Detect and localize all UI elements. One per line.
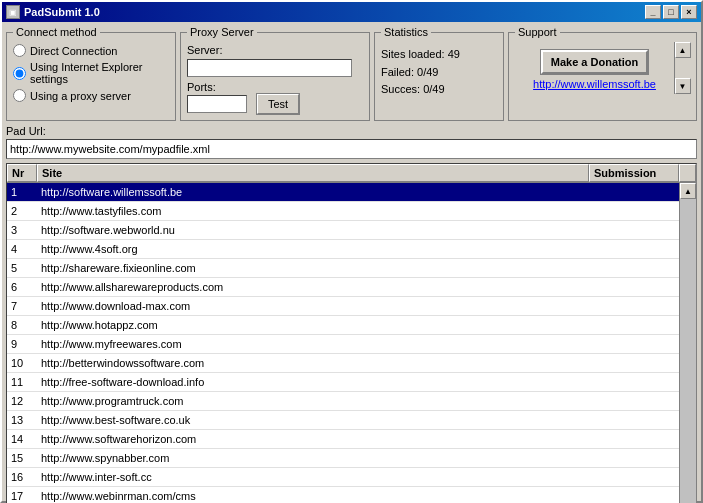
cell-nr: 17 — [7, 489, 37, 503]
radio-group: Direct Connection Using Internet Explore… — [13, 44, 169, 102]
proxy-server-group: Proxy Server Server: Ports: Test — [180, 26, 370, 121]
cell-site: http://free-software-download.info — [37, 375, 589, 389]
main-window: ▣ PadSubmit 1.0 _ □ × Connect method Dir… — [0, 0, 703, 503]
cell-nr: 5 — [7, 261, 37, 275]
cell-nr: 14 — [7, 432, 37, 446]
radio-ie-input[interactable] — [13, 67, 26, 80]
radio-ie[interactable]: Using Internet Explorer settings — [13, 61, 169, 85]
cell-submission — [589, 324, 679, 326]
cell-site: http://betterwindowssoftware.com — [37, 356, 589, 370]
cell-nr: 12 — [7, 394, 37, 408]
cell-nr: 3 — [7, 223, 37, 237]
title-bar-left: ▣ PadSubmit 1.0 — [6, 5, 100, 19]
table-scroll-track — [680, 199, 696, 503]
table-row[interactable]: 5 http://shareware.fixieonline.com — [7, 259, 679, 278]
scroll-down-btn[interactable]: ▼ — [675, 78, 691, 94]
window-title: PadSubmit 1.0 — [24, 6, 100, 18]
table-row[interactable]: 14 http://www.softwarehorizon.com — [7, 430, 679, 449]
main-content: Connect method Direct Connection Using I… — [2, 22, 701, 503]
pad-url-label: Pad Url: — [6, 125, 697, 137]
table-scroll-up[interactable]: ▲ — [680, 183, 696, 199]
table-body: 1 http://software.willemssoft.be 2 http:… — [7, 183, 696, 503]
port-input[interactable] — [187, 95, 247, 113]
table-row[interactable]: 4 http://www.4soft.org — [7, 240, 679, 259]
table-row[interactable]: 7 http://www.download-max.com — [7, 297, 679, 316]
cell-nr: 11 — [7, 375, 37, 389]
cell-submission — [589, 419, 679, 421]
scroll-up-btn[interactable]: ▲ — [675, 42, 691, 58]
table-row[interactable]: 15 http://www.spynabber.com — [7, 449, 679, 468]
pad-url-input[interactable] — [6, 139, 697, 159]
server-input[interactable] — [187, 59, 352, 77]
connect-method-group: Connect method Direct Connection Using I… — [6, 26, 176, 121]
cell-submission — [589, 210, 679, 212]
table-row[interactable]: 16 http://www.inter-soft.cc — [7, 468, 679, 487]
table-row[interactable]: 12 http://www.programtruck.com — [7, 392, 679, 411]
col-header-nr: Nr — [7, 164, 37, 182]
cell-submission — [589, 267, 679, 269]
table-row[interactable]: 13 http://www.best-software.co.uk — [7, 411, 679, 430]
proxy-server-label: Proxy Server — [187, 26, 257, 38]
cell-nr: 6 — [7, 280, 37, 294]
cell-nr: 9 — [7, 337, 37, 351]
failed: Failed: 0/49 — [381, 64, 497, 82]
table-row[interactable]: 2 http://www.tastyfiles.com — [7, 202, 679, 221]
cell-submission — [589, 191, 679, 193]
minimize-button[interactable]: _ — [645, 5, 661, 19]
cell-submission — [589, 381, 679, 383]
radio-direct-label: Direct Connection — [30, 45, 117, 57]
support-inner: Make a Donation http://www.willemssoft.b… — [515, 42, 690, 94]
table-row[interactable]: 17 http://www.webinrman.com/cms — [7, 487, 679, 503]
table-row[interactable]: 6 http://www.allsharewareproducts.com — [7, 278, 679, 297]
cell-submission — [589, 286, 679, 288]
close-button[interactable]: × — [681, 5, 697, 19]
cell-nr: 13 — [7, 413, 37, 427]
cell-nr: 1 — [7, 185, 37, 199]
cell-site: http://www.programtruck.com — [37, 394, 589, 408]
title-buttons: _ □ × — [645, 5, 697, 19]
cell-site: http://www.allsharewareproducts.com — [37, 280, 589, 294]
support-link[interactable]: http://www.willemssoft.be — [519, 78, 670, 90]
radio-direct-input[interactable] — [13, 44, 26, 57]
top-panels: Connect method Direct Connection Using I… — [6, 26, 697, 121]
cell-site: http://www.softwarehorizon.com — [37, 432, 589, 446]
table-header: Nr Site Submission — [7, 164, 696, 183]
table-row[interactable]: 10 http://betterwindowssoftware.com — [7, 354, 679, 373]
title-bar: ▣ PadSubmit 1.0 _ □ × — [2, 2, 701, 22]
donate-button[interactable]: Make a Donation — [541, 50, 648, 74]
test-button[interactable]: Test — [257, 94, 299, 114]
cell-submission — [589, 362, 679, 364]
support-group: Support Make a Donation http://www.wille… — [508, 26, 697, 121]
table-row[interactable]: 3 http://software.webworld.nu — [7, 221, 679, 240]
cell-site: http://software.willemssoft.be — [37, 185, 589, 199]
cell-site: http://software.webworld.nu — [37, 223, 589, 237]
radio-direct[interactable]: Direct Connection — [13, 44, 169, 57]
success: Succes: 0/49 — [381, 81, 497, 99]
cell-submission — [589, 343, 679, 345]
table-row[interactable]: 9 http://www.myfreewares.com — [7, 335, 679, 354]
connect-method-label: Connect method — [13, 26, 100, 38]
maximize-button[interactable]: □ — [663, 5, 679, 19]
table-section: Nr Site Submission 1 http://software.wil… — [6, 163, 697, 503]
cell-submission — [589, 400, 679, 402]
cell-nr: 4 — [7, 242, 37, 256]
cell-submission — [589, 305, 679, 307]
cell-site: http://www.download-max.com — [37, 299, 589, 313]
support-content: Make a Donation http://www.willemssoft.b… — [515, 42, 674, 94]
table-scrollbar: ▲ ▼ — [679, 183, 696, 503]
table-row[interactable]: 8 http://www.hotappz.com — [7, 316, 679, 335]
proxy-fields: Server: Ports: Test — [187, 44, 363, 114]
table-row[interactable]: 1 http://software.willemssoft.be — [7, 183, 679, 202]
col-header-site: Site — [37, 164, 589, 182]
cell-site: http://www.myfreewares.com — [37, 337, 589, 351]
table-row[interactable]: 11 http://free-software-download.info — [7, 373, 679, 392]
sites-loaded: Sites loaded: 49 — [381, 46, 497, 64]
radio-proxy-input[interactable] — [13, 89, 26, 102]
cell-site: http://www.webinrman.com/cms — [37, 489, 589, 503]
cell-nr: 10 — [7, 356, 37, 370]
cell-site: http://shareware.fixieonline.com — [37, 261, 589, 275]
radio-proxy[interactable]: Using a proxy server — [13, 89, 169, 102]
cell-site: http://www.inter-soft.cc — [37, 470, 589, 484]
statistics-label: Statistics — [381, 26, 431, 38]
cell-site: http://www.hotappz.com — [37, 318, 589, 332]
